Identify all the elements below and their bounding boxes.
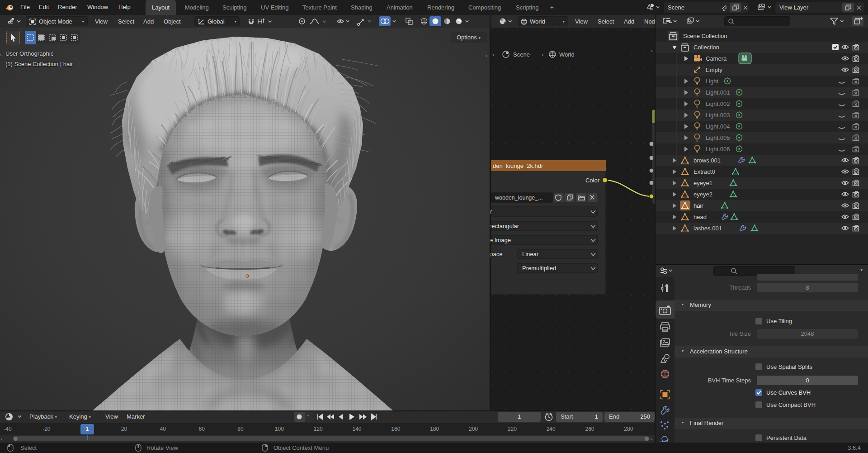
svg-text:head: head [693, 214, 707, 220]
svg-text:lashes.001: lashes.001 [693, 225, 722, 232]
svg-text:Premultiplied: Premultiplied [522, 265, 556, 272]
svg-text:Light.002: Light.002 [706, 100, 730, 107]
svg-text:Light: Light [706, 78, 719, 85]
svg-text:Scene Collection: Scene Collection [683, 33, 727, 39]
svg-text:Light.006: Light.006 [706, 146, 730, 153]
svg-text:‹: ‹ [651, 48, 653, 54]
svg-text:wooden_lounge_...: wooden_lounge_... [495, 195, 543, 201]
svg-text:Camera: Camera [706, 55, 727, 62]
svg-text:Extract0: Extract0 [693, 168, 715, 175]
svg-text:Collection: Collection [693, 44, 719, 51]
svg-text:Color Space: Color Space [491, 251, 503, 257]
svg-text:eyeye1: eyeye1 [693, 180, 712, 186]
svg-text:›: › [542, 52, 543, 58]
svg-text:Light.001: Light.001 [706, 89, 730, 96]
svg-text:Light.003: Light.003 [706, 112, 730, 119]
svg-text:World: World [559, 51, 575, 58]
svg-text:Scene: Scene [513, 51, 530, 58]
svg-text:den_lounge_2k.hdr: den_lounge_2k.hdr [493, 162, 543, 169]
svg-text:Light.004: Light.004 [706, 123, 730, 130]
svg-text:Equirectangular: Equirectangular [491, 223, 519, 229]
svg-text:Color: Color [585, 177, 600, 184]
svg-text:Empty: Empty [706, 67, 722, 73]
svg-text:hair: hair [693, 202, 703, 209]
svg-text:Linear: Linear [522, 251, 539, 257]
svg-text:Light.005: Light.005 [706, 134, 730, 141]
svg-text:brows.001: brows.001 [693, 157, 721, 164]
svg-text:eyeye2: eyeye2 [693, 191, 712, 198]
svg-text:›: › [492, 52, 494, 58]
svg-text:Single Image: Single Image [491, 237, 511, 243]
